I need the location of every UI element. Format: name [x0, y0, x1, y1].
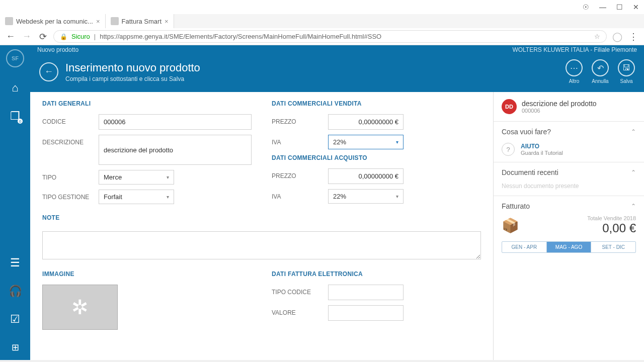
favicon-icon	[5, 17, 13, 25]
undo-icon: ↶	[592, 59, 609, 76]
extension-icon[interactable]: ◯	[612, 31, 623, 42]
salva-button[interactable]: 🖫 Salva	[618, 59, 635, 84]
list-icon[interactable]: ☰	[8, 255, 23, 270]
maximize-icon[interactable]: ☐	[616, 3, 623, 11]
breadcrumb-bar: Nuovo prodotto WOLTERS KLUWER ITALIA - F…	[30, 45, 644, 54]
forward-icon[interactable]: →	[21, 31, 32, 42]
fatturato-amount: 0,00 €	[587, 221, 636, 235]
period-segment: GEN - APR MAG - AGO SET - DIC	[502, 241, 636, 253]
avatar-badge[interactable]: SF	[6, 49, 24, 67]
section-note: NOTE	[42, 214, 481, 221]
seg-gen-apr[interactable]: GEN - APR	[502, 242, 546, 252]
input-descrizione[interactable]	[99, 135, 252, 165]
help-icon: ?	[502, 143, 515, 156]
panel-documenti: Documenti recenti ⌃ Nessun documento pre…	[494, 162, 644, 196]
close-window-icon[interactable]: ✕	[633, 3, 639, 11]
page-title: Inserimento nuovo prodotto	[65, 61, 200, 74]
product-badge: DD	[502, 99, 517, 114]
seg-set-dic[interactable]: SET - DIC	[591, 242, 635, 252]
url-text: https://appsme.genya.it/SME/Elements/Fac…	[100, 33, 381, 40]
section-vendita: DATI COMMERCIALI VENDITA	[272, 100, 481, 107]
product-header: DD descrizione del prodotto 000006	[494, 92, 644, 121]
chevron-down-icon: ▾	[167, 174, 169, 180]
fatturato-label: Totale Vendite 2018	[587, 215, 636, 221]
apps-icon[interactable]: ⊞	[8, 340, 23, 355]
app-sidebar: SF ⌂ ❐0 ☰ 🎧 ☑ ⊞	[0, 45, 30, 360]
minimize-icon[interactable]: —	[599, 3, 606, 11]
browser-tab-1[interactable]: Webdesk per la comunic... ×	[0, 14, 106, 28]
breadcrumb: Nuovo prodotto	[37, 46, 78, 53]
window-controls: ☉ — ☐ ✕	[0, 0, 644, 14]
tab-title: Webdesk per la comunic...	[16, 18, 93, 25]
save-icon: 🖫	[618, 59, 635, 76]
secure-label: Sicuro	[71, 33, 90, 40]
label-tipo-gestione: TIPO GESTIONE	[42, 190, 99, 201]
label-iva-acquisto: IVA	[272, 189, 328, 200]
product-title: descrizione del prodotto	[522, 100, 597, 108]
panel-documenti-header[interactable]: Documenti recenti ⌃	[502, 168, 636, 176]
page-subtitle: Compila i campi sottostanti e clicca su …	[65, 75, 200, 82]
menu-icon[interactable]: ⋮	[628, 31, 639, 42]
page-header: ← Inserimento nuovo prodotto Compila i c…	[30, 54, 644, 92]
address-bar[interactable]: 🔒 Sicuro | https://appsme.genya.it/SME/E…	[53, 30, 607, 43]
input-valore[interactable]	[328, 305, 404, 321]
panel-cosa-header[interactable]: Cosa vuoi fare? ⌃	[502, 128, 636, 136]
input-prezzo-vendita[interactable]	[328, 114, 404, 130]
section-dati-generali: DATI GENERALI	[42, 100, 252, 107]
aiuto-link[interactable]: ? AIUTO Guarda il Tutorial	[502, 143, 636, 156]
select-tipo[interactable]: Merce ▾	[99, 170, 174, 185]
section-acquisto: DATI COMMERCIALI ACQUISTO	[272, 154, 481, 161]
label-valore: VALORE	[272, 305, 328, 316]
seg-mag-ago[interactable]: MAG - AGO	[546, 242, 591, 252]
browser-tab-2[interactable]: Fattura Smart ×	[106, 14, 174, 28]
input-codice[interactable]	[99, 114, 252, 130]
product-code: 000006	[522, 108, 597, 114]
section-fattura-elettronica: DATI FATTURA ELETTRONICA	[272, 270, 481, 278]
check-icon[interactable]: ☑	[8, 312, 23, 327]
section-immagine: IMMAGINE	[42, 270, 252, 278]
lock-icon: 🔒	[60, 33, 67, 40]
chevron-up-icon: ⌃	[631, 128, 636, 135]
chevron-up-icon: ⌃	[631, 169, 636, 176]
user-icon[interactable]: ☉	[583, 3, 589, 11]
select-tipo-gestione[interactable]: Forfait ▾	[99, 190, 174, 204]
label-tipo: TIPO	[42, 170, 99, 181]
input-tipo-codice[interactable]	[328, 285, 404, 300]
label-tipo-codice: TIPO CODICE	[272, 285, 328, 296]
support-icon[interactable]: 🎧	[8, 284, 23, 299]
close-tab-icon[interactable]: ×	[165, 18, 169, 25]
back-button[interactable]: ←	[39, 62, 58, 81]
panel-fatturato-header[interactable]: Fatturato ⌃	[502, 202, 636, 210]
label-codice: CODICE	[42, 114, 99, 125]
nav-bar: ← → ⟳ 🔒 Sicuro | https://appsme.genya.it…	[0, 28, 644, 45]
company-name: WOLTERS KLUWER ITALIA - Filiale Piemonte	[512, 46, 637, 53]
no-documents-text: Nessun documento presente	[502, 183, 636, 190]
box-icon: 📦	[502, 217, 519, 234]
label-descrizione: DESCRIZIONE	[42, 135, 99, 146]
more-icon: ⋯	[566, 59, 583, 76]
chevron-down-icon: ▾	[396, 194, 398, 199]
label-prezzo-acquisto: PREZZO	[272, 168, 328, 179]
tab-title: Fattura Smart	[122, 18, 162, 25]
close-tab-icon[interactable]: ×	[96, 18, 100, 25]
back-icon[interactable]: ←	[5, 31, 16, 42]
chevron-down-icon: ▾	[396, 139, 398, 145]
textarea-note[interactable]	[42, 231, 481, 259]
right-panel: DD descrizione del prodotto 000006 Cosa …	[493, 92, 644, 360]
select-iva-acquisto[interactable]: 22% ▾	[328, 189, 404, 204]
annulla-button[interactable]: ↶ Annulla	[592, 59, 609, 84]
select-iva-vendita[interactable]: 22% ▾	[328, 135, 404, 149]
reload-icon[interactable]: ⟳	[37, 31, 48, 42]
favicon-icon	[111, 17, 119, 25]
home-icon[interactable]: ⌂	[8, 80, 23, 96]
panel-fatturato: Fatturato ⌃ 📦 Totale Vendite 2018 0,00 €	[494, 196, 644, 259]
label-prezzo-vendita: PREZZO	[272, 114, 328, 125]
documents-icon[interactable]: ❐0	[8, 109, 23, 124]
panel-cosa: Cosa vuoi fare? ⌃ ? AIUTO Guarda il Tuto…	[494, 121, 644, 162]
image-placeholder[interactable]: ✲	[42, 285, 118, 330]
star-icon[interactable]: ☆	[594, 33, 600, 40]
chevron-up-icon: ⌃	[631, 203, 636, 210]
chevron-down-icon: ▾	[167, 194, 169, 200]
altro-button[interactable]: ⋯ Altro	[566, 59, 583, 84]
input-prezzo-acquisto[interactable]	[328, 168, 404, 184]
